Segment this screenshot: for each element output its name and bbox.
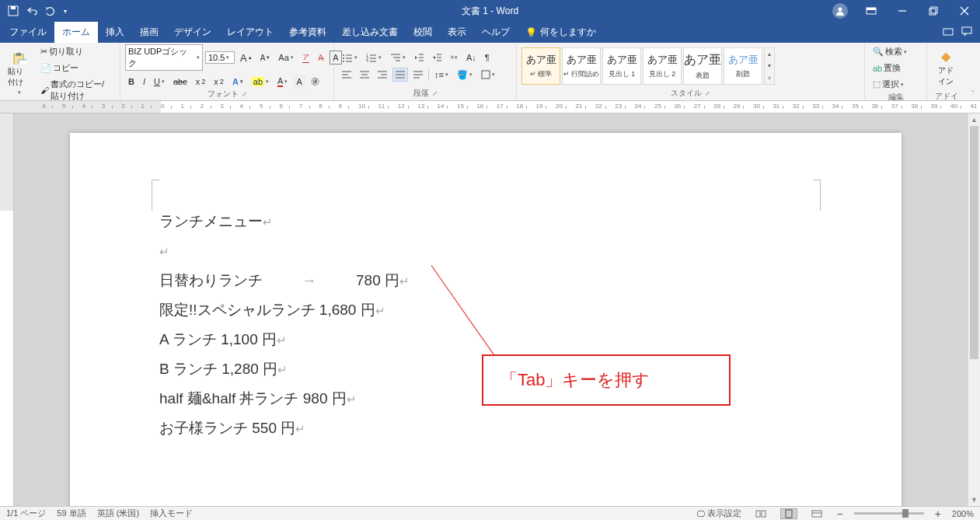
style-見出し 2[interactable]: あア亜見出し 2: [643, 47, 682, 85]
status-language[interactable]: 英語 (米国): [97, 508, 139, 519]
style-↵ 標準[interactable]: あア亜↵ 標準: [521, 47, 560, 85]
tab-描画[interactable]: 描画: [132, 22, 166, 43]
comments-icon[interactable]: [961, 26, 972, 38]
distribute-button[interactable]: [410, 68, 426, 82]
char-shading-button[interactable]: A: [293, 75, 305, 89]
tab-表示[interactable]: 表示: [440, 22, 474, 43]
document-content[interactable]: ランチメニュー↵↵日替わりランチ→780 円↵限定!!スペシャルランチ 1,68…: [159, 207, 812, 443]
italic-button[interactable]: I: [140, 75, 148, 89]
find-button[interactable]: 🔍検索▾: [870, 44, 910, 59]
qat-customize-icon[interactable]: ▾: [64, 8, 67, 15]
share-icon[interactable]: [943, 26, 954, 38]
status-words[interactable]: 59 単語: [57, 508, 85, 519]
document-line[interactable]: ランチメニュー↵: [159, 207, 812, 236]
close-button[interactable]: [949, 0, 980, 22]
bullets-button[interactable]: ▾: [339, 51, 361, 65]
align-right-button[interactable]: [375, 68, 390, 82]
paste-button[interactable]: 貼り付け ▾: [5, 51, 34, 97]
subscript-button[interactable]: x2: [193, 75, 209, 89]
superscript-button[interactable]: x2: [211, 75, 227, 89]
scroll-thumb[interactable]: [970, 126, 978, 359]
underline-button[interactable]: U▾: [151, 75, 168, 89]
tell-me[interactable]: 💡 何をしますか: [518, 22, 604, 43]
zoom-level[interactable]: 200%: [952, 509, 974, 518]
web-layout-button[interactable]: [808, 508, 825, 519]
show-marks-button[interactable]: ¶: [482, 51, 493, 65]
shading-button[interactable]: 🪣▾: [454, 68, 476, 82]
display-settings[interactable]: 🖵表示設定: [696, 508, 741, 519]
tab-ホーム[interactable]: ホーム: [54, 22, 98, 43]
font-color-button[interactable]: A▾: [274, 75, 291, 89]
save-icon[interactable]: [8, 5, 19, 16]
tab-挿入[interactable]: 挿入: [98, 22, 132, 43]
tab-参考資料[interactable]: 参考資料: [281, 22, 334, 43]
print-layout-button[interactable]: [780, 508, 797, 519]
status-mode[interactable]: 挿入モード: [150, 508, 193, 519]
zoom-slider[interactable]: [854, 512, 924, 515]
numbering-button[interactable]: 123▾: [363, 51, 385, 65]
addins-button[interactable]: ◆ アド イン: [932, 44, 960, 91]
launcher-icon[interactable]: ⤢: [705, 90, 710, 97]
text-effects-button[interactable]: A▾: [229, 75, 246, 89]
scroll-down-icon[interactable]: ▼: [968, 494, 980, 506]
style-見出し 1[interactable]: あア亜見出し 1: [602, 47, 641, 85]
collapse-ribbon-icon[interactable]: ˇ: [966, 43, 980, 100]
user-avatar[interactable]: [832, 3, 848, 19]
document-line[interactable]: お子様ランチ 550 円↵: [159, 414, 812, 443]
tab-デザイン[interactable]: デザイン: [166, 22, 219, 43]
tab-レイアウト[interactable]: レイアウト: [219, 22, 281, 43]
line-spacing-button[interactable]: ↕≡▾: [431, 68, 452, 82]
sort-button[interactable]: A↓: [463, 51, 480, 65]
document-line[interactable]: 日替わりランチ→780 円↵: [159, 266, 812, 295]
decrease-indent-button[interactable]: [411, 51, 427, 65]
ribbon-display-icon[interactable]: [856, 0, 887, 22]
document-line[interactable]: ↵: [159, 236, 812, 266]
redo-icon[interactable]: [45, 6, 56, 16]
tab-ファイル[interactable]: ファイル: [2, 22, 54, 43]
select-button[interactable]: ⬚選択▾: [870, 77, 910, 92]
launcher-icon[interactable]: ⤢: [432, 90, 438, 97]
vertical-scrollbar[interactable]: ▲ ▼: [968, 113, 980, 506]
styles-more-button[interactable]: ▴▾▿: [764, 47, 775, 85]
vertical-ruler[interactable]: [0, 113, 14, 506]
font-family-combo[interactable]: BIZ UDPゴシック▾: [125, 44, 203, 71]
enclose-char-button[interactable]: ㊝: [308, 74, 323, 89]
maximize-button[interactable]: [918, 0, 949, 22]
clear-format-button[interactable]: A̶: [315, 51, 327, 65]
replace-button[interactable]: ab置換: [870, 61, 910, 75]
phonetic-guide-button[interactable]: ア: [299, 51, 312, 65]
font-size-combo[interactable]: 10.5▾: [205, 51, 235, 64]
minimize-button[interactable]: [887, 0, 918, 22]
undo-icon[interactable]: [26, 6, 37, 16]
launcher-icon[interactable]: ⤢: [242, 91, 247, 98]
justify-button[interactable]: [392, 68, 408, 82]
align-center-button[interactable]: [357, 68, 372, 82]
highlight-button[interactable]: ab▾: [249, 75, 272, 89]
style-副題[interactable]: あア亜副題: [724, 47, 762, 85]
format-painter-button[interactable]: 🖌書式のコピー/貼り付け: [37, 77, 115, 103]
increase-indent-button[interactable]: [429, 51, 445, 65]
align-left-button[interactable]: [339, 68, 354, 82]
change-case-button[interactable]: Aa▾: [275, 51, 296, 65]
tab-ヘルプ[interactable]: ヘルプ: [474, 22, 518, 43]
asian-layout-button[interactable]: ✕▾: [447, 51, 461, 65]
shrink-font-button[interactable]: A▾: [257, 51, 274, 65]
document-line[interactable]: A ランチ 1,100 円↵: [159, 325, 812, 354]
cut-button[interactable]: ✂切り取り: [37, 44, 115, 59]
bold-button[interactable]: B: [125, 75, 138, 89]
style-↵ 行間詰め[interactable]: あア亜↵ 行間詰め: [562, 47, 601, 85]
multilevel-button[interactable]: ▾: [387, 51, 409, 65]
scroll-up-icon[interactable]: ▲: [968, 113, 980, 126]
document-line[interactable]: 限定!!スペシャルランチ 1,680 円↵: [159, 295, 812, 325]
tab-校閲[interactable]: 校閲: [406, 22, 440, 43]
horizontal-ruler[interactable]: 6543210123456789101112131415161718192021…: [0, 101, 980, 113]
grow-font-button[interactable]: A▴: [237, 51, 255, 65]
status-page[interactable]: 1/1 ページ: [6, 508, 46, 519]
read-mode-button[interactable]: [752, 508, 769, 519]
borders-button[interactable]: ▾: [478, 68, 498, 82]
zoom-in-button[interactable]: +: [935, 508, 941, 520]
copy-button[interactable]: 📄コピー: [37, 61, 115, 75]
strikethrough-button[interactable]: abc: [170, 75, 190, 89]
tab-差し込み文書[interactable]: 差し込み文書: [334, 22, 406, 43]
zoom-out-button[interactable]: −: [836, 508, 842, 520]
